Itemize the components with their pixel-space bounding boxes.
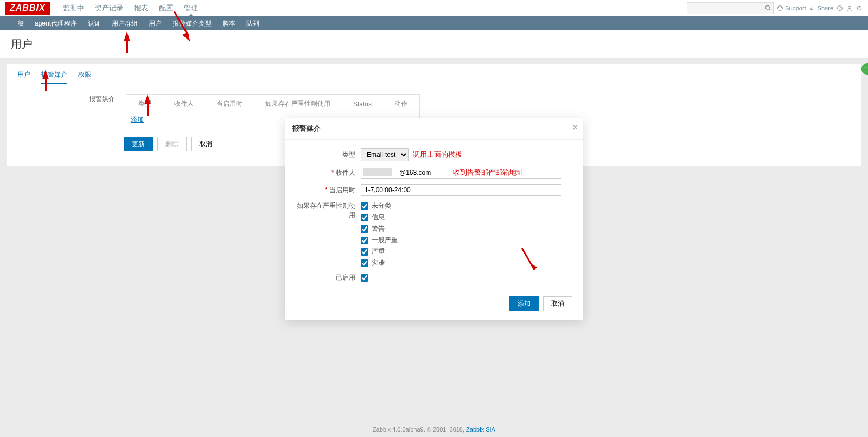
subnav-general[interactable]: 一般: [5, 16, 29, 31]
power-icon[interactable]: [856, 5, 863, 11]
enabled-label: 已启用: [296, 273, 361, 282]
delete-button[interactable]: 删除: [157, 137, 187, 151]
subnav-scripts[interactable]: 脚本: [217, 16, 241, 31]
support-icon: [777, 5, 783, 11]
cb-high[interactable]: [361, 248, 368, 256]
help-icon[interactable]: ?: [837, 5, 843, 11]
svg-line-1: [769, 9, 770, 10]
add-media-link[interactable]: 添加: [127, 113, 147, 126]
severity-checkbox-2[interactable]: 警告: [361, 224, 398, 233]
th-when: 当启用时: [206, 96, 253, 112]
th-recipient: 收件人: [163, 96, 205, 112]
support-label: Support: [785, 5, 806, 11]
when-input[interactable]: [361, 184, 561, 196]
nav-admin[interactable]: 管理: [178, 0, 203, 17]
recipient-annotation: 收到告警邮件邮箱地址: [453, 168, 524, 178]
svg-point-0: [765, 5, 769, 9]
cb-warning[interactable]: [361, 225, 368, 233]
notification-badge[interactable]: 17: [861, 63, 868, 75]
topbar: ZABBIX 监测中 资产记录 报表 配置 管理 Support Z Share…: [0, 0, 868, 16]
support-link[interactable]: Support: [777, 5, 806, 11]
type-select[interactable]: Email-test: [361, 148, 409, 161]
subnav-agent[interactable]: agent代理程序: [29, 16, 82, 31]
arrow-annotation-1: [124, 31, 130, 41]
nav-inventory[interactable]: 资产记录: [90, 0, 129, 17]
update-button[interactable]: 更新: [124, 137, 153, 151]
search-icon: [765, 5, 771, 11]
share-link[interactable]: Z Share: [809, 5, 833, 11]
footer-version: Zabbix 4.0.0alpha9.: [373, 426, 425, 433]
masked-recipient: [363, 168, 392, 176]
tab-permissions[interactable]: 权限: [78, 70, 91, 84]
footer: Zabbix 4.0.0alpha9. © 2001–2018, Zabbix …: [0, 426, 868, 433]
subnav-auth[interactable]: 认证: [82, 16, 106, 31]
tab-user[interactable]: 用户: [17, 70, 30, 84]
arrow-annotation-2: [42, 69, 49, 79]
when-label: 当启用时: [296, 186, 361, 195]
severity-group: 未分类 信息 警告 一般严重 严重 灾难: [361, 201, 398, 268]
th-severity: 如果存在严重性则使用: [254, 96, 341, 112]
search-input[interactable]: [690, 5, 765, 11]
subnav-queue[interactable]: 队列: [241, 16, 265, 31]
footer-copyright: © 2001–2018,: [427, 426, 464, 433]
modal-cancel-button[interactable]: 取消: [543, 296, 572, 311]
th-status: Status: [342, 96, 382, 112]
arrow-annotation-4: [144, 94, 151, 104]
media-modal: 报警媒介 × 类型 Email-test 调用上面的模板 收件人 收到告警邮件邮…: [285, 118, 583, 320]
cb-unclass[interactable]: [361, 202, 368, 210]
footer-link[interactable]: Zabbix SIA: [466, 426, 495, 433]
nav-monitoring[interactable]: 监测中: [58, 0, 90, 17]
cb-disaster[interactable]: [361, 259, 368, 267]
modal-title-text: 报警媒介: [292, 124, 321, 132]
cancel-button[interactable]: 取消: [191, 137, 220, 151]
close-icon[interactable]: ×: [573, 123, 578, 132]
modal-footer: 添加 取消: [285, 296, 583, 320]
enabled-checkbox[interactable]: [361, 274, 368, 282]
media-section-label: 报警媒介: [17, 94, 115, 128]
z-icon: Z: [809, 5, 816, 11]
modal-title: 报警媒介 ×: [285, 118, 583, 140]
subnav-user[interactable]: 用户: [143, 16, 167, 31]
search-box[interactable]: [687, 2, 774, 14]
arrow-annotation-5: [519, 245, 541, 280]
top-right: Support Z Share ?: [687, 2, 863, 14]
subnav-usergroup[interactable]: 用户群组: [106, 16, 143, 31]
svg-text:Z: Z: [809, 5, 813, 11]
sub-nav: 一般 agent代理程序 认证 用户群组 用户 报警媒介类型 脚本 队列: [0, 16, 868, 30]
severity-checkbox-1[interactable]: 信息: [361, 213, 398, 222]
cb-info[interactable]: [361, 214, 368, 221]
user-icon[interactable]: [846, 5, 853, 11]
top-nav: 监测中 资产记录 报表 配置 管理: [58, 0, 203, 17]
logo[interactable]: ZABBIX: [5, 2, 50, 15]
severity-checkbox-4[interactable]: 严重: [361, 247, 398, 256]
severity-checkbox-3[interactable]: 一般严重: [361, 236, 398, 245]
share-label: Share: [818, 5, 833, 11]
svg-line-9: [522, 248, 534, 270]
svg-point-6: [848, 6, 851, 9]
cb-average[interactable]: [361, 237, 368, 244]
svg-text:?: ?: [839, 6, 841, 10]
type-annotation: 调用上面的模板: [413, 150, 462, 160]
nav-reports[interactable]: 报表: [129, 0, 154, 17]
severity-checkbox-0[interactable]: 未分类: [361, 201, 398, 211]
severity-label: 如果存在严重性则使用: [296, 201, 361, 220]
th-action: 动作: [384, 96, 418, 112]
page-title: 用户: [0, 30, 868, 58]
modal-add-button[interactable]: 添加: [509, 296, 539, 311]
user-tabs: 用户 报警媒介 权限: [17, 70, 851, 85]
type-label: 类型: [296, 150, 361, 160]
subnav-mediatype[interactable]: 报警媒介类型: [167, 16, 217, 31]
recipient-label: 收件人: [296, 168, 361, 178]
severity-checkbox-5[interactable]: 灾难: [361, 258, 398, 268]
